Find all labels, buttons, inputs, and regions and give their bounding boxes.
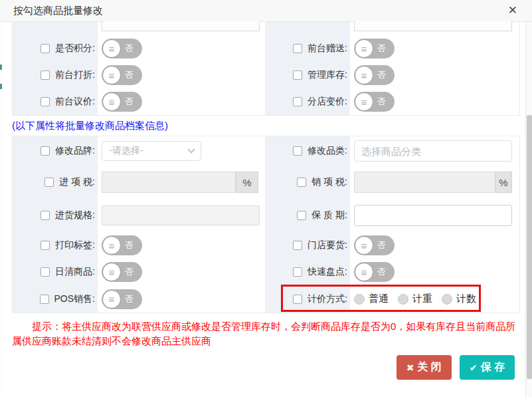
toggle-knob-icon: ≡ [355,92,373,111]
checkbox-branch-price[interactable] [293,97,302,106]
vertical-scrollbar[interactable] [525,22,532,397]
checkbox-output-tax[interactable] [297,178,306,187]
checkbox-stock-manage[interactable] [293,70,302,80]
toggle-knob-icon: ≡ [355,66,373,84]
hint-text: 提示：将主供应商改为联营供应商或修改是否管理库存时，会判断商品库存是否为0，如果… [12,319,520,348]
output-tax-field[interactable] [354,172,495,193]
field-print-label: 打印标签: [13,232,98,259]
checkbox-category[interactable] [293,146,302,156]
checkbox-shelf-life[interactable] [297,211,306,220]
radio-normal[interactable] [354,294,365,305]
close-icon[interactable]: ✕ [508,4,517,17]
field-label: 前台打折: [55,69,95,81]
toggle-daily-clear[interactable]: ≡ 否 [102,262,142,282]
input-tax-suffix: % [236,172,258,193]
input-tax-field[interactable] [102,172,236,193]
radio-count[interactable] [442,294,452,305]
field-points: 是否积分: [13,35,98,62]
checkbox-front-discount[interactable] [41,70,50,80]
field-label: 进货规格: [55,209,95,221]
toggle-state-label: 否 [122,239,142,251]
toggle-front-discount[interactable]: ≡ 否 [102,65,142,85]
toggle-points[interactable]: ≡ 否 [102,39,142,59]
brand-select-value: -请选择- [109,145,189,157]
checkbox-front-gift[interactable] [293,44,302,53]
toggle-stock-manage[interactable]: ≡ 否 [354,65,395,85]
category-input[interactable] [354,140,512,162]
field-label: 管理库存: [308,69,347,81]
checkbox-front-bargain[interactable] [41,97,50,106]
save-button[interactable]: ✔ 保 存 [460,355,515,380]
toggle-knob-icon: ≡ [102,66,121,84]
close-button-label: 关 闭 [417,360,441,374]
close-button[interactable]: ✖ 关 闭 [397,355,452,380]
close-x-icon: ✖ [406,362,414,373]
toggle-state-label: 否 [122,96,142,108]
checkbox-quick-check[interactable] [293,267,302,277]
field-shelf-life: 保 质 期: [265,199,350,232]
field-front-bargain: 前台议价: [13,88,98,115]
dialog-title: 按勾选商品批量修改 [13,5,103,17]
toggle-state-label: 否 [122,293,142,305]
field-pricing-mode: 计价方式: [265,285,350,313]
pricing-mode-radio-group: 普通 计重 计数 [354,293,486,305]
checkbox-points[interactable] [41,44,50,53]
scrollbar-thumb[interactable] [527,115,532,379]
checkbox-print-label[interactable] [41,241,50,250]
field-quick-check: 快速盘点: [265,259,350,285]
field-label: 日清商品: [55,266,95,278]
save-check-icon: ✔ [470,362,478,373]
field-stock-manage: 管理库存: [265,62,350,88]
toggle-knob-icon: ≡ [102,92,121,111]
checkbox-input-tax[interactable] [44,178,54,187]
field-input-tax: 进 项 税: [13,166,98,199]
cutoff-input-cell [98,22,265,35]
label-cell-empty [13,22,98,35]
input-tax-group: % [102,172,258,193]
field-label: 前台议价: [55,96,95,108]
toggle-branch-price[interactable]: ≡ 否 [354,92,395,112]
dialog-header: 按勾选商品批量修改 ✕ [0,0,532,22]
toggle-knob-icon: ≡ [355,236,373,255]
save-button-label: 保 存 [481,360,505,374]
dialog-footer: ✖ 关 闭 ✔ 保 存 [12,355,520,380]
field-label: POS销售: [54,293,95,305]
toggle-front-gift[interactable]: ≡ 否 [354,39,395,59]
checkbox-pricing-mode[interactable] [293,295,302,304]
output-tax-group: % [354,172,512,193]
toggle-front-bargain[interactable]: ≡ 否 [102,92,142,112]
toggle-state-label: 否 [122,43,142,55]
checkbox-brand[interactable] [41,146,50,156]
brand-select[interactable]: -请选择- [102,141,201,161]
toggle-print-label[interactable]: ≡ 否 [102,235,142,255]
radio-weigh[interactable] [398,294,408,305]
cutoff-input-left[interactable] [102,21,260,31]
radio-label-count: 计数 [456,293,476,305]
batch-edit-dialog: 按勾选商品批量修改 ✕ 是否积分: ≡ 否 [0,0,532,397]
field-label: 分店变价: [308,96,347,108]
toggle-store-request[interactable]: ≡ 否 [354,235,395,255]
label-cell-empty [265,22,350,35]
toggle-knob-icon: ≡ [102,236,121,255]
checkbox-daily-clear[interactable] [41,267,50,277]
cutoff-input-cell [350,22,519,35]
field-front-discount: 前台打折: [13,62,98,88]
toggle-quick-check[interactable]: ≡ 否 [354,262,395,282]
toggle-knob-icon: ≡ [355,263,373,281]
checkbox-purchase-spec[interactable] [41,211,50,220]
cutoff-input-right[interactable] [354,21,512,31]
toggle-state-label: 否 [374,69,395,81]
purchase-spec-field[interactable] [102,205,260,225]
checkbox-store-request[interactable] [293,241,302,250]
toggle-state-label: 否 [374,96,395,108]
checkbox-pos-sale[interactable] [40,295,49,304]
shelf-life-field[interactable] [354,205,512,226]
toggle-state-label: 否 [122,69,142,81]
toggle-state-label: 否 [374,43,395,55]
toggle-pos-sale[interactable]: ≡ 否 [102,289,142,309]
field-category: 修改品类: [265,136,350,166]
dialog-body: 是否积分: ≡ 否 前台赠送: ≡ 否 前台打折: [0,22,532,380]
output-tax-suffix: % [495,172,512,193]
toggle-state-label: 否 [122,266,142,278]
field-daily-clear: 日清商品: [13,259,98,285]
